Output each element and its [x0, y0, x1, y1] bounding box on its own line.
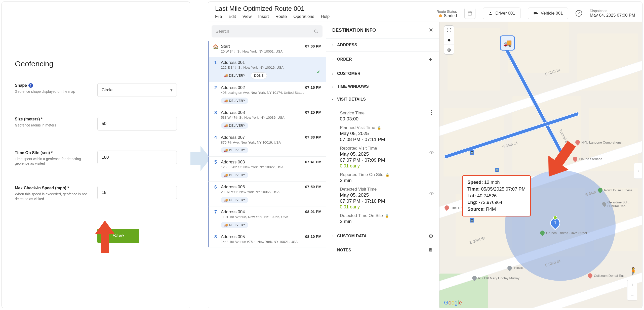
chip-delivery: 🚚 DELIVERY — [221, 222, 248, 228]
flow-arrow-icon — [190, 146, 211, 171]
lock-icon: 🔒 — [385, 173, 389, 177]
stop-index: 3 — [213, 110, 217, 129]
time-label: Time On Site (sec) * — [15, 151, 90, 155]
check-circle-icon: ✓ — [576, 10, 582, 17]
speed-input[interactable]: 15 — [97, 186, 177, 199]
collapse-panel-button[interactable]: ‹ — [634, 163, 642, 179]
stop-row[interactable]: 2Address 002405 Lexington Ave, New York,… — [208, 82, 326, 107]
stop-row[interactable]: 7Address 0041191 1st Avenue, New York, N… — [208, 206, 326, 231]
section-visit-details[interactable]: ›VISIT DETAILS — [326, 93, 439, 106]
speed-help: When this speed is exceeded, geofence is… — [15, 192, 90, 201]
stop-address: 2 E 61st St, New York, NY 10065, USA — [221, 190, 321, 194]
chip-delivery: 🚚 DELIVERY — [221, 172, 248, 178]
zoom-controls: + − — [627, 280, 637, 300]
chip-delivery: 🚚 DELIVERY — [221, 147, 248, 153]
section-notes[interactable]: ›NOTES 🗎 — [326, 243, 439, 257]
stop-eta: 08:10 PM — [305, 234, 321, 239]
route-editor-window: Last Mile Optimized Route 001 File Edit … — [208, 2, 642, 308]
time-input[interactable]: 180 — [97, 151, 177, 164]
zoom-out-button[interactable]: − — [627, 290, 637, 300]
route-title: Last Mile Optimized Route 001 — [215, 5, 429, 13]
shape-row: Shape ? Geofence shape displayed on the … — [15, 83, 177, 97]
time-row: Time On Site (sec) * Time spent within a… — [15, 151, 177, 166]
stop-row[interactable]: 4Address 007870 7th Ave, New York, NY 10… — [208, 132, 326, 157]
menu-file[interactable]: File — [215, 14, 222, 19]
fullscreen-icon[interactable]: ⛶ — [444, 26, 454, 35]
layers-icon[interactable]: ◆ — [444, 35, 454, 45]
section-order[interactable]: ›ORDER ＋ — [326, 52, 439, 67]
stop-index: 4 — [213, 135, 217, 154]
help-icon[interactable]: ? — [28, 83, 33, 88]
eye-icon[interactable]: 👁 — [429, 191, 434, 197]
gps-tooltip: Speed: 12 mph Time: 05/05/2025 07:07 PM … — [462, 175, 531, 216]
size-input[interactable]: 50 — [97, 117, 177, 130]
size-help: Geofence radius in meters — [15, 123, 90, 127]
stop-eta: 07:41 PM — [305, 160, 321, 164]
home-icon: 🏠 — [213, 44, 217, 54]
search-input[interactable]: Search — [212, 25, 323, 37]
plus-icon[interactable]: ＋ — [428, 56, 433, 63]
svg-point-2 — [314, 30, 317, 32]
stop-row[interactable]: 5Address 003125 E 54th St, New York, NY … — [208, 157, 326, 182]
section-customer[interactable]: ›CUSTOMER — [326, 67, 439, 80]
destination-info-title: DESTINATION INFO — [332, 28, 376, 33]
stop-address: 125 E 54th St, New York, NY 10022, USA — [221, 165, 321, 169]
menu-operations[interactable]: Operations — [293, 14, 314, 19]
menu-edit[interactable]: Edit — [228, 14, 236, 19]
location-icon[interactable]: ◎ — [444, 45, 454, 54]
section-custom-data[interactable]: ›CUSTOM DATA ⚙ — [326, 229, 439, 243]
stop-row[interactable]: 1Address 001222 E 34th St, New York, NY … — [208, 57, 326, 82]
stop-address: 1191 1st Avenue, New York, NY 10065, USA — [221, 215, 321, 219]
stop-row[interactable]: 3Address 008533 W 47th St, New York, NY … — [208, 107, 326, 132]
stop-index: 6 — [213, 185, 217, 203]
eye-icon[interactable]: 👁 — [429, 150, 434, 156]
close-icon[interactable]: ✕ — [429, 27, 433, 33]
vehicle-chip[interactable]: Vehicle 001 — [528, 8, 568, 19]
chevron-right-icon: › — [332, 57, 334, 61]
pegman-icon[interactable]: 🧍 — [629, 267, 638, 275]
chip-delivery: 🚚 DELIVERY — [221, 197, 248, 203]
speed-row: Max Check-in Speed (mph) * When this spe… — [15, 186, 177, 201]
section-time-windows[interactable]: ›TIME WINDOWS — [326, 80, 439, 93]
stop-address: 222 E 34th St, New York, NY 10016, USA — [221, 66, 321, 70]
stop-eta: 07:33 PM — [305, 135, 321, 139]
map-view-controls[interactable]: ⛶ ◆ ◎ — [444, 25, 454, 55]
shape-select[interactable]: Circle ▾ — [97, 83, 177, 97]
add-note-icon[interactable]: 🗎 — [429, 247, 433, 253]
stop-row[interactable]: 6Address 0062 E 61st St, New York, NY 10… — [208, 182, 326, 206]
stop-address: 405 Lexington Ave, New York, NY 10174, U… — [221, 91, 321, 95]
calendar-button[interactable] — [464, 8, 475, 19]
menu-insert[interactable]: Insert — [258, 14, 269, 19]
route-status: Route Status Started — [436, 9, 457, 18]
vehicle-marker-icon[interactable]: 🚚 — [500, 35, 515, 51]
stop-eta: 08:01 PM — [305, 209, 321, 214]
menu-view[interactable]: View — [243, 14, 252, 19]
gear-icon[interactable]: ⚙ — [429, 233, 433, 239]
driver-chip[interactable]: Driver 001 — [483, 8, 520, 19]
speed-label: Max Check-in Speed (mph) * — [15, 186, 90, 190]
menu-help[interactable]: Help — [321, 14, 330, 19]
shape-label: Shape — [15, 83, 27, 88]
zoom-in-button[interactable]: + — [627, 280, 637, 290]
chip-delivery: 🚚 DELIVERY — [221, 98, 248, 104]
stop-row[interactable]: 🏠Start20 W 34th St, New York, NY 10001, … — [208, 41, 326, 57]
chevron-right-icon: › — [332, 234, 334, 238]
dispatched-block: Dispatched May 04, 2025 07:00 PM — [590, 9, 635, 18]
size-row: Size (meters) * Geofence radius in meter… — [15, 117, 177, 130]
chip-delivery: 🚚 DELIVERY — [221, 122, 248, 129]
section-address[interactable]: ›ADDRESS — [326, 39, 439, 52]
chevron-down-icon: ▾ — [170, 87, 173, 93]
chip-delivery: 🚚 DELIVERY — [221, 72, 248, 79]
geofencing-panel: Geofencing Shape ? Geofence shape displa… — [2, 2, 190, 308]
stop-list[interactable]: 🏠Start20 W 34th St, New York, NY 10001, … — [208, 41, 326, 308]
menu-route[interactable]: Route — [275, 14, 287, 19]
stops-panel: Search 🏠Start20 W 34th St, New York, NY … — [208, 22, 326, 308]
more-icon[interactable]: ⋮ — [429, 112, 434, 114]
map-canvas[interactable]: 🚚 1 🚍 🚍 🚍 E 35th St E 34th St E 34th St … — [439, 22, 642, 308]
stop-index: 5 — [213, 160, 217, 178]
chip-done: DONE — [251, 72, 267, 79]
svg-point-1 — [490, 12, 491, 13]
stop-row[interactable]: 8Address 0051444 1st Avenue #75th, New Y… — [208, 231, 326, 247]
geofencing-title: Geofencing — [15, 60, 177, 68]
google-logo: Google — [444, 299, 462, 306]
